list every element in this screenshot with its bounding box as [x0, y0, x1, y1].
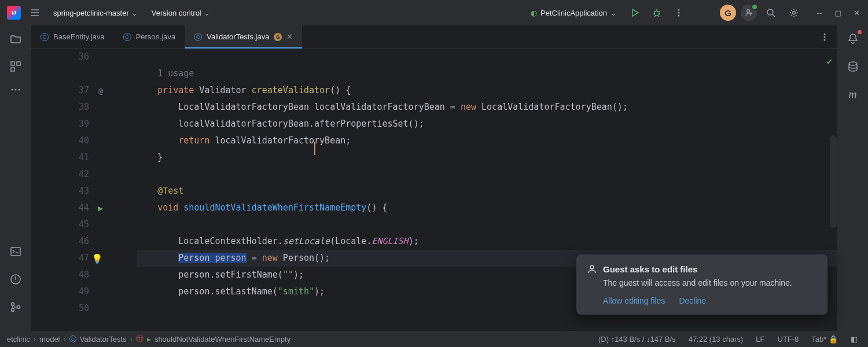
user-icon	[587, 264, 597, 274]
code-line[interactable]	[137, 166, 837, 183]
app-logo-icon: IJ	[7, 6, 21, 20]
maven-tool-button[interactable]: m	[846, 86, 859, 104]
gutter-line[interactable]: 41	[31, 149, 89, 166]
run-config-label: PetClinicApplication	[540, 9, 607, 17]
tab-label: BaseEntity.java	[53, 32, 105, 41]
svg-point-18	[824, 33, 826, 35]
chevron-down-icon: ⌄	[131, 9, 138, 17]
svg-point-19	[824, 36, 826, 38]
cursor-position[interactable]: 47:22 (13 chars)	[685, 335, 747, 344]
terminal-tool-button[interactable]	[7, 243, 24, 260]
spring-icon: ◐	[531, 9, 537, 17]
gutter-line[interactable]: 40	[31, 132, 89, 149]
gutter-line[interactable]: 42	[31, 166, 89, 183]
inspection-ok-icon[interactable]: ✔	[827, 53, 832, 70]
chevron-right-icon: ›	[34, 335, 36, 344]
gutter-line[interactable]: 47💡	[31, 250, 89, 267]
structure-tool-button[interactable]	[7, 58, 24, 75]
project-dropdown[interactable]: spring-petclinic-master ⌄	[49, 6, 142, 20]
svg-point-22	[590, 265, 594, 269]
gutter-line[interactable]: 45	[31, 216, 89, 233]
java-class-icon: C	[123, 33, 131, 41]
tab-person[interactable]: C Person.java	[114, 25, 185, 48]
tab-label: Person.java	[136, 32, 176, 41]
code-line[interactable]: LocaleContextHolder.setLocale(Locale.ENG…	[137, 233, 837, 250]
main-menu-button[interactable]	[25, 3, 44, 22]
svg-point-1	[678, 9, 680, 11]
gutter-line[interactable]: 39	[31, 116, 89, 132]
run-config-dropdown[interactable]: ◐ PetClinicApplication ⌄	[526, 6, 621, 20]
code-line[interactable]: localValidatorFactoryBean.afterPropertie…	[137, 116, 837, 132]
encoding[interactable]: UTF-8	[774, 335, 803, 344]
close-tab-icon[interactable]: ✕	[286, 32, 293, 41]
gutter-mark[interactable]: @	[98, 82, 103, 99]
crumb-segment: ValidatorTests	[80, 335, 127, 344]
run-button[interactable]	[626, 4, 643, 21]
project-name: spring-petclinic-master	[53, 9, 129, 17]
gutter-line[interactable]: 50	[31, 300, 89, 317]
popup-title: Guest asks to edit files	[603, 264, 697, 274]
tab-base-entity[interactable]: C BaseEntity.java	[31, 25, 114, 48]
code-line[interactable]: 1 usage	[137, 65, 837, 82]
gutter-mark[interactable]: ▶	[98, 200, 103, 216]
gutter-line[interactable]: 38	[31, 99, 89, 116]
maximize-button[interactable]: ▢	[833, 8, 843, 17]
minimize-button[interactable]: ─	[815, 8, 824, 17]
code-with-me-button[interactable]	[741, 5, 757, 21]
gutter-line[interactable]: 43	[31, 183, 89, 200]
svg-point-17	[17, 306, 20, 309]
code-line[interactable]	[137, 216, 837, 233]
database-tool-button[interactable]	[844, 58, 862, 75]
chevron-right-icon: ›	[64, 335, 66, 344]
allow-editing-link[interactable]: Allow editing files	[603, 296, 665, 305]
search-button[interactable]	[762, 3, 780, 22]
problems-tool-button[interactable]	[7, 271, 24, 288]
svg-rect-7	[11, 62, 14, 65]
user-avatar[interactable]: G	[720, 5, 736, 21]
code-line[interactable]	[137, 49, 837, 65]
network-status[interactable]: (D) ↑143 B/s / ↓147 B/s	[595, 335, 679, 344]
ide-status-icon[interactable]: ◧	[847, 335, 861, 344]
gutter-line[interactable]: 49	[31, 283, 89, 300]
more-tools-button[interactable]	[7, 86, 24, 94]
code-line[interactable]: @Test	[137, 183, 837, 200]
editor-scrollbar[interactable]	[830, 135, 837, 228]
settings-button[interactable]	[785, 3, 803, 22]
code-line[interactable]: return localValidatorFactoryBean;	[137, 132, 837, 149]
gutter-mark[interactable]: 💡	[91, 250, 103, 267]
decline-link[interactable]: Decline	[679, 296, 706, 305]
vc-label: Version control	[152, 9, 201, 17]
svg-point-12	[18, 89, 20, 91]
debug-button[interactable]	[648, 4, 665, 21]
gutter-line[interactable]: 48	[31, 267, 89, 283]
version-control-dropdown[interactable]: Version control ⌄	[147, 6, 215, 20]
svg-rect-9	[11, 68, 14, 71]
indent-status[interactable]: Tab* 🔒	[808, 335, 841, 344]
breadcrumb[interactable]: etclinic › model › C ValidatorTests › ⓜ …	[7, 334, 290, 344]
guest-edit-popup: Guest asks to edit files The guest will …	[576, 254, 827, 315]
close-button[interactable]: ✕	[852, 8, 861, 17]
code-line[interactable]: LocalValidatorFactoryBean localValidator…	[137, 99, 837, 116]
java-class-icon: C	[194, 33, 202, 41]
project-tool-button[interactable]	[7, 30, 24, 47]
gutter-line[interactable]: 46	[31, 233, 89, 250]
gutter-line[interactable]: 37@	[31, 82, 89, 99]
code-line[interactable]: void shouldNotValidateWhenFirstNameEmpty…	[137, 200, 837, 216]
code-line[interactable]: private Validator createValidator() {	[137, 82, 837, 99]
notifications-button[interactable]	[844, 30, 862, 47]
tab-validator-tests[interactable]: C ValidatorTests.java G ✕	[185, 25, 302, 48]
tab-list-button[interactable]	[812, 25, 837, 48]
more-actions-button[interactable]	[670, 4, 687, 21]
gutter-line[interactable]: 36	[31, 49, 89, 65]
readonly-lock-icon: 🔒	[829, 335, 838, 344]
avatar-letter: G	[724, 8, 731, 18]
code-line[interactable]: }	[137, 149, 837, 166]
popup-body: The guest will access and edit files on …	[587, 278, 817, 289]
git-tool-button[interactable]	[7, 298, 24, 316]
chevron-right-icon: ›	[130, 335, 133, 344]
gutter-line[interactable]: 44▶	[31, 200, 89, 216]
crumb-segment: etclinic	[7, 335, 30, 344]
svg-rect-13	[11, 248, 20, 256]
svg-point-10	[11, 89, 13, 91]
line-ending[interactable]: LF	[752, 335, 768, 344]
